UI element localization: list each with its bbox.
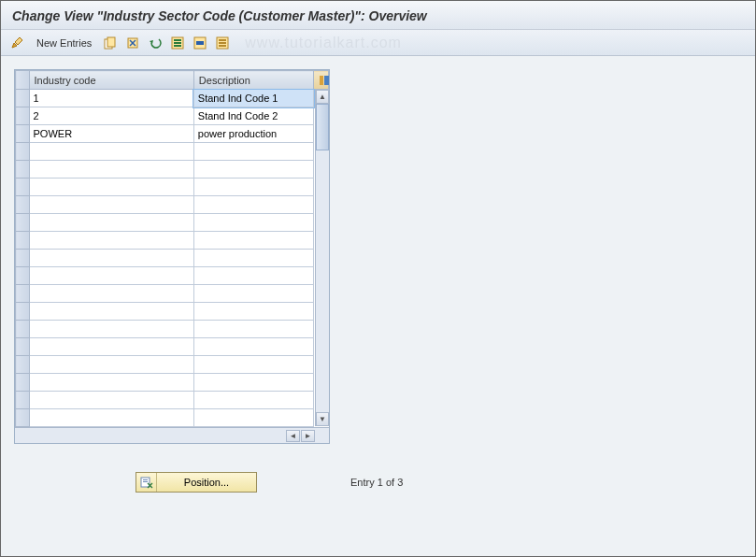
svg-rect-12 [219, 39, 226, 41]
svg-rect-1 [107, 37, 115, 47]
svg-rect-13 [219, 42, 226, 44]
row-selector[interactable] [16, 143, 30, 161]
cell-desc[interactable] [193, 321, 314, 338]
cell-code[interactable] [29, 250, 193, 267]
position-label: Position... [157, 477, 256, 488]
cell-code[interactable]: POWER [29, 125, 193, 143]
svg-rect-16 [324, 76, 329, 85]
cell-desc[interactable] [193, 374, 314, 392]
row-selector[interactable] [16, 285, 30, 303]
row-selector[interactable] [16, 232, 30, 250]
cell-desc[interactable] [193, 214, 314, 232]
cell-desc[interactable] [193, 409, 314, 427]
cell-code[interactable] [29, 214, 193, 232]
table-row [16, 285, 329, 303]
data-table-wrap: Industry code Description 1Stand Ind Cod… [14, 69, 330, 444]
delete-icon[interactable] [123, 35, 142, 51]
table-row [16, 267, 329, 285]
row-selector[interactable] [16, 356, 30, 374]
table-row [16, 232, 329, 250]
row-selector[interactable] [16, 338, 30, 356]
svg-rect-19 [143, 481, 148, 482]
change-icon[interactable] [8, 35, 27, 51]
cell-desc[interactable] [193, 196, 314, 214]
cell-code[interactable] [29, 338, 193, 356]
vertical-scrollbar[interactable]: ▲ ▼ [315, 90, 329, 426]
svg-rect-15 [320, 76, 323, 85]
table-row [16, 161, 329, 179]
cell-code[interactable] [29, 179, 193, 196]
cell-code[interactable] [29, 143, 193, 161]
cell-desc[interactable] [193, 161, 314, 179]
row-selector[interactable] [16, 392, 30, 409]
select-all-header[interactable] [16, 71, 30, 90]
cell-desc[interactable] [193, 250, 314, 267]
copy-icon[interactable] [101, 35, 120, 51]
select-block-icon[interactable] [191, 35, 209, 51]
table-row [16, 214, 329, 232]
cell-desc[interactable] [193, 285, 314, 303]
cell-desc[interactable] [193, 179, 314, 196]
select-all-icon[interactable] [168, 35, 187, 51]
row-selector[interactable] [16, 409, 30, 427]
cell-desc[interactable] [193, 338, 314, 356]
table-settings-icon[interactable] [314, 71, 329, 90]
cell-desc[interactable] [193, 267, 314, 285]
scroll-right-icon[interactable]: ► [301, 430, 315, 442]
table-row: 1Stand Ind Code 1 [16, 90, 329, 107]
cell-code[interactable] [29, 392, 193, 409]
deselect-all-icon[interactable] [213, 35, 232, 51]
scroll-down-icon[interactable]: ▼ [316, 412, 329, 426]
row-selector[interactable] [16, 196, 30, 214]
cell-desc[interactable]: Stand Ind Code 1 [193, 90, 314, 107]
scroll-left-icon[interactable]: ◄ [286, 430, 300, 442]
row-selector[interactable] [16, 161, 30, 179]
cell-desc[interactable]: power production [193, 125, 314, 143]
table-row [16, 374, 329, 392]
cell-code[interactable] [29, 409, 193, 427]
table-row [16, 179, 329, 196]
row-selector[interactable] [16, 125, 30, 143]
data-table: Industry code Description 1Stand Ind Cod… [15, 70, 329, 427]
row-selector[interactable] [16, 214, 30, 232]
col-header-code[interactable]: Industry code [29, 71, 193, 90]
row-selector[interactable] [16, 374, 30, 392]
scroll-thumb[interactable] [316, 104, 329, 150]
row-selector[interactable] [16, 321, 30, 338]
undo-icon[interactable] [146, 35, 164, 51]
row-selector[interactable] [16, 107, 30, 125]
cell-code[interactable]: 2 [29, 107, 193, 125]
cell-desc[interactable] [193, 143, 314, 161]
new-entries-button[interactable]: New Entries [31, 37, 97, 49]
col-header-desc[interactable]: Description [193, 71, 314, 90]
cell-desc[interactable] [193, 303, 314, 321]
position-icon [136, 473, 157, 492]
cell-code[interactable] [29, 356, 193, 374]
cell-code[interactable]: 1 [29, 90, 193, 107]
cell-code[interactable] [29, 321, 193, 338]
cell-code[interactable] [29, 303, 193, 321]
cell-desc[interactable] [193, 356, 314, 374]
scroll-up-icon[interactable]: ▲ [316, 90, 329, 104]
cell-code[interactable] [29, 374, 193, 392]
cell-code[interactable] [29, 285, 193, 303]
cell-code[interactable] [29, 196, 193, 214]
cell-desc[interactable] [193, 392, 314, 409]
row-selector[interactable] [16, 250, 30, 267]
table-row [16, 338, 329, 356]
cell-desc[interactable]: Stand Ind Code 2 [193, 107, 314, 125]
cell-code[interactable] [29, 161, 193, 179]
row-selector[interactable] [16, 267, 30, 285]
cell-desc[interactable] [193, 232, 314, 250]
toolbar: New Entries www.tutorialkart.com [1, 30, 755, 56]
position-button[interactable]: Position... [136, 472, 257, 493]
row-selector[interactable] [16, 90, 30, 107]
row-selector[interactable] [16, 303, 30, 321]
svg-rect-10 [196, 41, 204, 45]
cell-code[interactable] [29, 267, 193, 285]
svg-rect-18 [143, 479, 148, 480]
entry-counter: Entry 1 of 3 [350, 477, 403, 488]
cell-code[interactable] [29, 232, 193, 250]
row-selector[interactable] [16, 179, 30, 196]
table-row [16, 303, 329, 321]
